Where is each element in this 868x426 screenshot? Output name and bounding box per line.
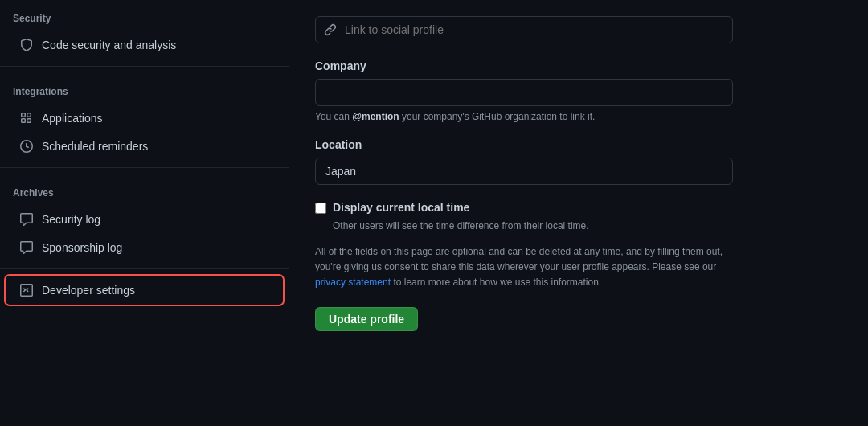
display-time-checkbox[interactable]: [315, 203, 326, 214]
sponsorship-log-icon: [19, 240, 34, 255]
display-time-checkbox-group: Display current local time: [315, 201, 842, 214]
display-time-label[interactable]: Display current local time: [333, 201, 469, 214]
sidebar-item-scheduled-reminders[interactable]: Scheduled reminders: [6, 133, 282, 160]
code-icon: [19, 283, 34, 297]
clock-icon: [19, 139, 34, 154]
sidebar-item-security-log[interactable]: Security log: [6, 206, 282, 233]
link-icon: [316, 23, 345, 36]
sidebar-item-applications[interactable]: Applications: [6, 104, 282, 132]
sidebar-item-label-developer-settings: Developer settings: [42, 284, 135, 297]
sidebar-section-label-archives: Archives: [0, 174, 289, 205]
info-text-before: All of the fields on this page are optio…: [315, 246, 723, 272]
sidebar-item-developer-settings[interactable]: Developer settings: [6, 276, 282, 304]
sidebar-item-label-applications: Applications: [42, 112, 103, 125]
company-input[interactable]: [315, 79, 733, 106]
location-label: Location: [315, 138, 842, 151]
sidebar-section-archives: Archives Security log Sponsorship log: [0, 174, 289, 262]
company-hint: You can @mention your company's GitHub o…: [315, 111, 733, 122]
privacy-statement-link[interactable]: privacy statement: [315, 276, 391, 288]
sidebar-section-security: Security Code security and analysis: [0, 0, 289, 59]
display-time-hint: Other users will see the time difference…: [333, 220, 842, 231]
mention-highlight: @mention: [352, 111, 399, 122]
sidebar-item-sponsorship-log[interactable]: Sponsorship log: [6, 234, 282, 261]
sidebar-section-integrations: Integrations Applications Scheduled remi…: [0, 73, 289, 161]
sidebar-divider-3: [0, 268, 289, 269]
sidebar-item-label-scheduled-reminders: Scheduled reminders: [42, 140, 148, 153]
sidebar-item-code-security[interactable]: Code security and analysis: [6, 31, 282, 59]
info-text-after: to learn more about how we use this info…: [391, 276, 601, 288]
info-text: All of the fields on this page are optio…: [315, 244, 733, 291]
company-group: Company You can @mention your company's …: [315, 59, 842, 122]
sidebar-divider-1: [0, 66, 289, 67]
security-log-icon: [19, 212, 34, 227]
social-link-input[interactable]: [345, 18, 732, 41]
sidebar-section-label-security: Security: [0, 0, 289, 31]
sidebar-section-dev: Developer settings: [0, 276, 289, 305]
display-time-group: Display current local time Other users w…: [315, 201, 842, 231]
grid-icon: [19, 111, 34, 125]
company-label: Company: [315, 59, 842, 72]
sidebar-divider-2: [0, 167, 289, 168]
sidebar-item-label-code-security: Code security and analysis: [42, 39, 176, 51]
sidebar-section-label-integrations: Integrations: [0, 73, 289, 104]
social-link-wrapper: [315, 16, 733, 43]
shield-icon: [19, 38, 34, 52]
location-group: Location: [315, 138, 842, 185]
update-profile-button[interactable]: Update profile: [315, 307, 418, 331]
sidebar: Security Code security and analysis Inte…: [0, 0, 289, 426]
sidebar-item-label-sponsorship-log: Sponsorship log: [42, 241, 122, 254]
location-input[interactable]: [315, 158, 733, 185]
main-content: Company You can @mention your company's …: [289, 0, 868, 426]
sidebar-item-label-security-log: Security log: [42, 213, 100, 226]
